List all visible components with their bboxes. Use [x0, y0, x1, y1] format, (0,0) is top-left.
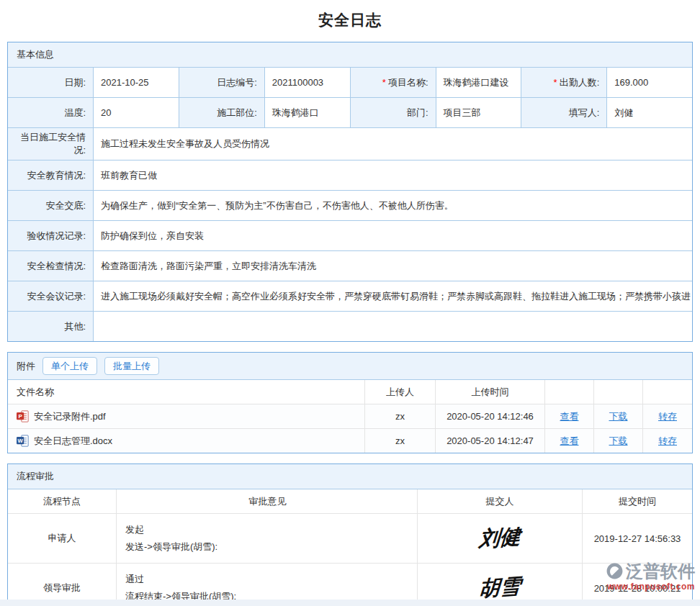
page-title: 安全日志: [7, 10, 693, 30]
safety-inspection-value: 检查路面清洗，路面污染严重，立即安排清洗车清洗: [94, 251, 692, 281]
project-name-label: * 项目名称:: [351, 68, 436, 97]
node-column-header: 流程节点: [8, 489, 117, 513]
submit-time-cell: 2019-12-27 14:56:33: [583, 514, 692, 563]
safety-meeting-row: 安全会议记录: 进入施工现场必须戴好安全帽；高空作业必须系好安全带，严禁穿硬底带…: [8, 281, 692, 312]
saveas-action-cell: 转存: [643, 404, 692, 428]
construction-part-label: 施工部位:: [179, 98, 265, 127]
basic-info-section-title: 基本信息: [8, 42, 692, 68]
department-value: 项目三部: [436, 98, 522, 127]
pdf-file-icon: P: [17, 410, 29, 422]
action-column-header: [594, 380, 643, 404]
date-label-text: 日期:: [64, 76, 86, 89]
log-number-label-text: 日志编号:: [217, 76, 257, 89]
approval-header-row: 流程节点 审批意见 提交人 提交时间: [8, 489, 692, 514]
required-asterisk: *: [554, 77, 557, 88]
required-asterisk: *: [382, 77, 386, 88]
safety-meeting-label: 安全会议记录:: [8, 281, 94, 311]
uploader-column-header: 上传人: [365, 380, 436, 404]
download-action-cell: 下载: [594, 404, 643, 428]
approval-section-title: 流程审批: [8, 464, 692, 489]
svg-text:W: W: [17, 438, 23, 444]
submitter-cell: 刘健: [418, 514, 583, 563]
opinion-action: 通过: [125, 571, 144, 588]
safety-inspection-label: 安全检查情况:: [8, 251, 94, 281]
date-value: 2021-10-25: [94, 68, 179, 97]
action-column-header: [643, 380, 692, 404]
submitter-signature: 刘健: [478, 523, 522, 554]
file-name-column-header: 文件名称: [8, 380, 365, 404]
single-upload-button[interactable]: 单个上传: [42, 357, 97, 376]
saveas-action-cell: 转存: [643, 429, 692, 453]
attachments-section-header: 附件 单个上传 批量上传: [8, 353, 692, 380]
file-name-cell: P 安全记录附件.pdf: [8, 404, 365, 428]
download-link[interactable]: 下载: [609, 410, 628, 423]
submitter-column-header: 提交人: [418, 489, 583, 513]
safety-log-page: 安全日志 基本信息 日期: 2021-10-25 日志编号: 202110000…: [0, 0, 700, 606]
download-link[interactable]: 下载: [609, 435, 628, 448]
department-label: 部门:: [351, 98, 436, 127]
temperature-label: 温度:: [8, 98, 94, 127]
safety-education-label: 安全教育情况:: [8, 160, 94, 190]
construction-part-value: 珠海鹤港口: [265, 98, 351, 127]
upload-time-cell: 2020-05-20 14:12:47: [436, 429, 545, 453]
daily-safety-label: 当日施工安全情况:: [8, 128, 94, 160]
log-number-value: 2021100003: [265, 68, 351, 97]
view-action-cell: 查看: [545, 429, 594, 453]
attachments-header-row: 文件名称 上传人 上传时间: [8, 380, 692, 404]
batch-upload-button[interactable]: 批量上传: [104, 357, 159, 376]
file-name-text: 安全记录附件.pdf: [34, 410, 106, 423]
safety-education-value: 班前教育已做: [94, 160, 692, 190]
upload-time-cell: 2020-05-20 14:12:46: [436, 404, 545, 428]
attendance-value: 169.000: [607, 68, 692, 97]
attachments-panel: 附件 单个上传 批量上传 文件名称 上传人 上传时间: [7, 352, 693, 453]
opinion-action: 发起: [125, 521, 144, 538]
attachments-section-title: 附件: [17, 360, 35, 373]
safety-meeting-value: 进入施工现场必须戴好安全帽；高空作业必须系好安全带，严禁穿硬底带钉易滑鞋；严禁赤…: [94, 281, 692, 311]
date-label: 日期:: [8, 68, 94, 97]
action-column-header: [545, 380, 594, 404]
log-number-label: 日志编号:: [179, 68, 265, 97]
file-name-text: 安全日志管理.docx: [34, 435, 112, 448]
opinion-cell: 发起 发送->领导审批(胡雪):: [117, 514, 418, 563]
project-name-value: 珠海鹤港口建设: [436, 68, 522, 97]
attendance-label-text: 出勤人数:: [560, 76, 600, 89]
uploader-cell: zx: [365, 429, 436, 453]
file-name-cell: W 安全日志管理.docx: [8, 429, 365, 453]
acceptance-record-row: 验收情况记录: 防护确保到位，亲自安装: [8, 221, 692, 251]
opinion-route: 发送->领导审批(胡雪):: [125, 538, 217, 556]
node-cell: 申请人: [8, 514, 117, 563]
attendance-label: * 出勤人数:: [521, 68, 607, 97]
submit-time-column-header: 提交时间: [583, 489, 692, 513]
temperature-label-text: 温度:: [64, 107, 86, 119]
department-label-text: 部门:: [407, 107, 428, 119]
safety-inspection-row: 安全检查情况: 检查路面清洗，路面污染严重，立即安排清洗车清洗: [8, 251, 692, 281]
saveas-link[interactable]: 转存: [658, 410, 677, 423]
word-file-icon: W: [17, 435, 29, 447]
basic-info-panel: 基本信息 日期: 2021-10-25 日志编号: 2021100003 * 项…: [7, 42, 693, 342]
svg-text:P: P: [18, 413, 22, 420]
approval-panel: 流程审批 流程节点 审批意见 提交人 提交时间 申请人 发起 发送->领导审批(…: [7, 463, 693, 606]
download-action-cell: 下载: [594, 429, 643, 453]
view-link[interactable]: 查看: [560, 435, 579, 448]
project-name-label-text: 项目名称:: [388, 76, 428, 89]
other-label: 其他:: [8, 312, 94, 341]
safety-education-row: 安全教育情况: 班前教育已做: [8, 160, 692, 191]
acceptance-record-value: 防护确保到位，亲自安装: [94, 221, 692, 250]
construction-part-label-text: 施工部位:: [217, 107, 257, 119]
writer-value: 刘健: [607, 98, 692, 127]
safety-disclosure-label: 安全交底:: [8, 191, 94, 220]
safety-disclosure-row: 安全交底: 为确保生产，做到“安全第一、预防为主”不伤害自己，不伤害他人、不被他…: [8, 191, 692, 221]
basic-info-row-2: 温度: 20 施工部位: 珠海鹤港口 部门: 项目三部 填写人: 刘健: [8, 98, 692, 128]
opinion-column-header: 审批意见: [117, 489, 418, 513]
file-row-pdf: P 安全记录附件.pdf zx 2020-05-20 14:12:46 查看 下…: [8, 404, 692, 429]
upload-time-column-header: 上传时间: [436, 380, 545, 404]
approval-row-applicant: 申请人 发起 发送->领导审批(胡雪): 刘健 2019-12-27 14:56…: [8, 514, 692, 564]
temperature-value: 20: [94, 98, 179, 127]
view-link[interactable]: 查看: [560, 410, 579, 423]
saveas-link[interactable]: 转存: [658, 435, 677, 448]
uploader-cell: zx: [365, 404, 436, 428]
bottom-strip: [0, 600, 700, 606]
file-row-docx: W 安全日志管理.docx zx 2020-05-20 14:12:47 查看 …: [8, 429, 692, 453]
basic-info-row-1: 日期: 2021-10-25 日志编号: 2021100003 * 项目名称: …: [8, 68, 692, 98]
view-action-cell: 查看: [545, 404, 594, 428]
